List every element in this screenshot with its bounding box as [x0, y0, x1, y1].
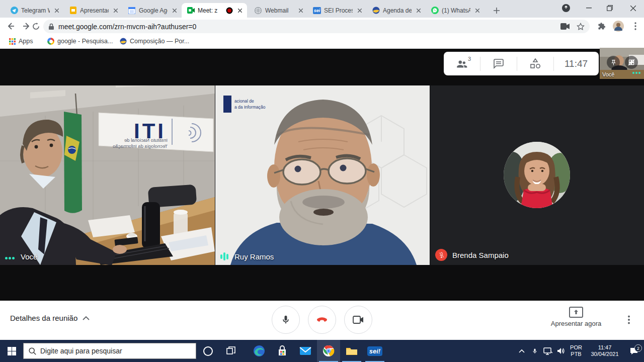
window-close-button[interactable]: [623, 0, 643, 16]
reload-button[interactable]: [29, 20, 42, 33]
mic-muted-icon: [435, 249, 447, 261]
tab-close-icon[interactable]: [53, 7, 61, 15]
new-tab-button[interactable]: [491, 5, 503, 17]
tab-close-icon[interactable]: [236, 7, 244, 15]
selfview-label: Você: [602, 71, 614, 77]
bookmark-apps[interactable]: Apps: [6, 36, 36, 47]
audio-activity-dots: [5, 252, 16, 261]
bookmark-google-pesquisa[interactable]: google - Pesquisa...: [44, 36, 116, 47]
selfview-thumbnail[interactable]: Você: [600, 48, 644, 79]
meet-stage: 3 11:47: [0, 49, 644, 301]
camera-toggle-button[interactable]: [344, 306, 372, 334]
present-now-button[interactable]: Apresentar agora: [544, 307, 608, 327]
tab-telegram[interactable]: Telegram W: [5, 3, 64, 18]
whatsapp-icon: [431, 7, 439, 15]
system-tray: POR PTB 11:47 30/04/2021 2: [515, 340, 644, 362]
store-icon[interactable]: [271, 340, 294, 362]
tab-close-icon[interactable]: [297, 7, 305, 15]
agenda-icon: [372, 7, 380, 15]
iti-sign-line1: Instituto Nacional de: [124, 137, 168, 143]
file-explorer-icon[interactable]: [340, 340, 363, 362]
tray-chevron-icon[interactable]: [515, 349, 528, 353]
tray-date: 30/04/2021: [589, 351, 621, 357]
tab-label: Telegram W: [21, 7, 50, 14]
window-minimize-button[interactable]: [579, 0, 599, 16]
tab-google-agenda[interactable]: Google Age: [123, 3, 182, 18]
iti-sign-line2: Tecnologia da Informação: [113, 143, 168, 149]
apps-grid-icon: [9, 38, 16, 45]
window-restore-button[interactable]: [600, 0, 620, 16]
tile-namebar: Brenda Sampaio: [435, 249, 509, 261]
bookmarks-bar: Apps google - Pesquisa... Composição — P…: [0, 34, 644, 49]
padlock-icon: [48, 23, 54, 30]
task-view-button[interactable]: [219, 340, 243, 362]
browser-menu-icon[interactable]: [629, 20, 642, 33]
cortana-button[interactable]: [196, 340, 219, 362]
video-tile-brenda[interactable]: Brenda Sampaio: [430, 85, 644, 265]
videocam-icon: [353, 316, 364, 324]
tab-sei[interactable]: sei SEI Proces: [308, 3, 367, 18]
hangup-button[interactable]: [308, 306, 336, 334]
browser-profile-badge-icon[interactable]: [556, 0, 576, 16]
bookmark-label: Composição — Por...: [130, 38, 189, 45]
pin-icon[interactable]: [607, 56, 620, 69]
meet-top-toolbar: 3 11:47: [444, 52, 599, 75]
url-text: meet.google.com/zrn-mvcm-aih?authuser=0: [58, 23, 556, 31]
tab-camera-indicator-icon[interactable]: [560, 23, 570, 30]
tray-clock[interactable]: 11:47 30/04/2021: [589, 344, 621, 357]
more-options-icon[interactable]: [624, 313, 634, 327]
extensions-puzzle-icon[interactable]: [595, 20, 608, 33]
audio-equalizer-icon: [220, 252, 229, 261]
chevron-up-icon: [83, 316, 90, 320]
tab-meet-active[interactable]: Meet: z: [182, 3, 247, 18]
search-input[interactable]: [40, 347, 191, 355]
tab-label: Meet: z: [198, 7, 223, 14]
windows-taskbar: sei! POR PTB 11:47 30/04/2021: [0, 340, 644, 362]
meet-footer: Detalhes da reunião Apresentar agora: [0, 301, 644, 340]
bookmark-star-icon[interactable]: [577, 23, 585, 31]
tab-label: Apresentaçã: [80, 7, 109, 14]
language-line2: PTB: [568, 351, 585, 357]
video-tile-ruy[interactable]: acional de a da Informação: [215, 85, 430, 265]
video-tile-voce[interactable]: ITI Instituto Nacional de Tecnologia da …: [0, 85, 215, 265]
tile-namebar: Ruy Ramos: [220, 252, 274, 261]
taskbar-search-box[interactable]: [23, 343, 196, 359]
google-g-icon: [47, 38, 54, 45]
participant-name: Brenda Sampaio: [452, 251, 509, 259]
calendar-icon: [128, 7, 136, 15]
tray-mic-icon[interactable]: [528, 347, 541, 355]
bookmark-composicao[interactable]: Composição — Por...: [117, 36, 192, 47]
edge-icon[interactable]: [248, 340, 271, 362]
search-icon: [29, 347, 36, 355]
tab-close-icon[interactable]: [112, 7, 120, 15]
sei-taskbar-icon[interactable]: sei!: [363, 340, 386, 362]
tab-close-icon[interactable]: [415, 7, 423, 15]
mail-icon[interactable]: [294, 340, 317, 362]
meet-clock: 11:47: [554, 58, 598, 69]
tray-volume-icon[interactable]: [554, 347, 568, 354]
back-button[interactable]: [4, 20, 17, 33]
tab-close-icon[interactable]: [356, 7, 364, 15]
meeting-details-button[interactable]: Detalhes da reunião: [10, 314, 90, 322]
action-center-icon[interactable]: 2: [624, 347, 644, 355]
browser-tab-strip: Telegram W Apresentaçã Google Age Meet: …: [0, 0, 644, 18]
tab-close-icon[interactable]: [171, 7, 179, 15]
mic-toggle-button[interactable]: [272, 306, 300, 334]
activities-button[interactable]: [517, 52, 553, 75]
chat-button[interactable]: [480, 52, 517, 75]
chrome-taskbar-icon[interactable]: [317, 340, 340, 362]
tray-language[interactable]: POR PTB: [568, 344, 585, 357]
hangup-icon: [315, 313, 329, 326]
browser-avatar[interactable]: [612, 20, 625, 33]
tab-webmail[interactable]: Webmail: [249, 3, 308, 18]
tab-close-icon[interactable]: [473, 7, 481, 15]
participants-button[interactable]: 3: [444, 52, 480, 75]
tray-network-icon[interactable]: [541, 347, 554, 355]
url-omnibox[interactable]: meet.google.com/zrn-mvcm-aih?authuser=0: [43, 20, 590, 33]
composicao-icon: [120, 38, 127, 45]
tab-whatsapp[interactable]: (1) WhatsA: [426, 3, 485, 18]
start-button[interactable]: [0, 340, 23, 362]
tab-agenda[interactable]: Agenda de: [367, 3, 426, 18]
tab-apresentacao[interactable]: Apresentaçã: [64, 3, 123, 18]
details-label: Detalhes da reunião: [10, 314, 77, 322]
